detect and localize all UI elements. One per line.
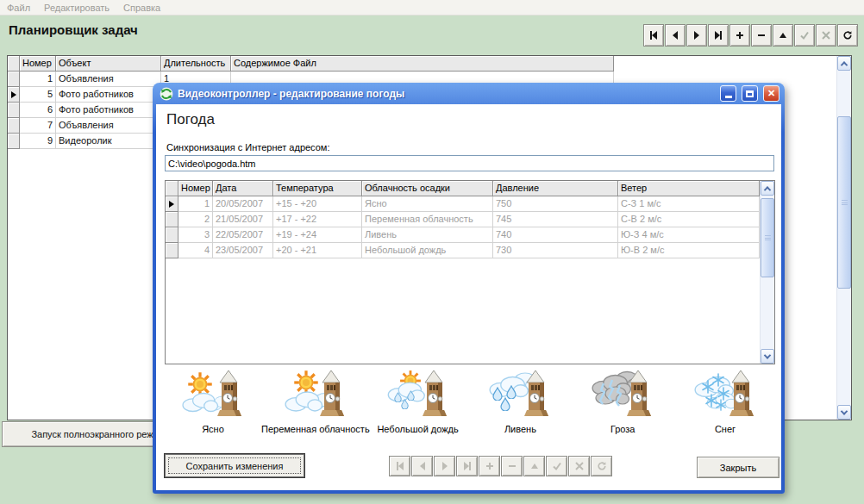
nav-cancel-button[interactable] (816, 24, 836, 47)
thumb-grip-icon (842, 200, 848, 206)
cancel-edit-icon (821, 30, 831, 40)
chevron-down-icon (764, 352, 771, 358)
menu-file[interactable]: Файл (7, 3, 30, 13)
column-header-clouds: Облачность осадки (362, 181, 493, 196)
nav-first-button[interactable] (389, 456, 410, 476)
app-sync-icon (160, 87, 173, 101)
nav-prior-button[interactable] (411, 456, 433, 476)
heavy-rain-icon (489, 370, 551, 420)
app-window: Файл Редактировать Справка Планировщик з… (0, 0, 864, 504)
nav-post-button[interactable] (794, 24, 815, 47)
weather-option-clear[interactable]: Ясно (163, 370, 263, 434)
close-dialog-button[interactable]: Закрыть (697, 457, 779, 478)
nav-next-button[interactable] (686, 24, 707, 47)
refresh-icon (597, 461, 607, 471)
next-record-icon (692, 30, 702, 40)
column-header-wind: Ветер (618, 181, 760, 196)
tasks-grid-header: Номер Объект Длительность Содержимое Фай… (8, 56, 851, 72)
nav-edit-button[interactable] (523, 456, 545, 476)
post-edit-icon (552, 461, 562, 471)
page-title: Планировщик задач (9, 22, 138, 37)
weather-option-snow[interactable]: Снег (675, 370, 775, 434)
nav-last-button[interactable] (456, 456, 478, 476)
delete-record-icon (507, 461, 517, 471)
weather-type-strip: Ясно Переменная облачность (163, 370, 775, 434)
weather-grid-scrollbar[interactable] (760, 181, 774, 364)
weather-option-light-rain[interactable]: Небольшой дождь (368, 370, 468, 434)
scroll-up-button[interactable] (837, 56, 851, 71)
weather-option-partly-cloudy[interactable]: Переменная облачность (266, 370, 366, 434)
column-header-duration: Длительность (161, 56, 231, 72)
dialog-titlebar[interactable]: Видеоконтроллер - редактирование погоды … (156, 83, 781, 104)
menu-edit[interactable]: Редактировать (44, 3, 110, 13)
dialog-heading: Погода (166, 111, 215, 128)
nav-insert-button[interactable] (479, 456, 500, 476)
close-window-button[interactable]: ✕ (763, 85, 779, 102)
weather-option-heavy-rain[interactable]: Ливень (470, 370, 570, 434)
scroll-down-button[interactable] (761, 349, 774, 364)
clear-sky-icon (182, 370, 244, 420)
next-record-icon (440, 461, 450, 471)
close-icon: ✕ (767, 89, 775, 98)
dialog-title: Видеоконтроллер - редактирование погоды (178, 88, 715, 100)
nav-prior-button[interactable] (665, 24, 686, 47)
edit-record-icon (778, 30, 788, 40)
first-record-icon (648, 30, 659, 40)
column-header-content-file: Содержимое Файл (231, 56, 614, 72)
prior-record-icon (670, 30, 680, 40)
nav-refresh-button[interactable] (591, 456, 612, 476)
column-header-date: Дата (213, 181, 273, 196)
table-row[interactable]: 2 21/05/2007 +17 - +22 Переменная облачн… (166, 212, 774, 227)
scrollbar-thumb[interactable] (761, 198, 774, 277)
header-indicator-cell (8, 56, 20, 72)
header-indicator-cell (166, 181, 178, 196)
prior-record-icon (417, 461, 428, 471)
insert-record-icon (735, 30, 745, 40)
first-record-icon (395, 461, 405, 471)
menu-bar: Файл Редактировать Справка (0, 0, 864, 16)
nav-delete-button[interactable] (501, 456, 523, 476)
thunderstorm-icon (592, 370, 654, 420)
table-row[interactable]: 3 22/05/2007 +19 - +24 Ливень 740 Ю-З 4 … (166, 227, 774, 243)
nav-last-button[interactable] (708, 24, 729, 47)
nav-next-button[interactable] (434, 456, 455, 476)
light-rain-icon (387, 370, 449, 420)
scrollbar-thumb[interactable] (837, 116, 851, 289)
weather-grid-header: Номер Дата Температура Облачность осадки… (166, 181, 774, 196)
delete-record-icon (756, 30, 767, 40)
table-row-selected[interactable]: 1 20/05/2007 +15 - +20 Ясно 750 С-З 1 м/… (166, 196, 774, 212)
sync-address-input[interactable] (165, 155, 774, 171)
insert-record-icon (485, 461, 495, 471)
nav-refresh-button[interactable] (837, 24, 858, 47)
partly-cloudy-icon (285, 370, 347, 420)
tasks-grid-scrollbar[interactable] (836, 56, 851, 420)
weather-grid: Номер Дата Температура Облачность осадки… (165, 180, 775, 364)
maximize-icon (746, 90, 754, 97)
edit-record-icon (529, 461, 540, 471)
nav-first-button[interactable] (643, 24, 664, 47)
nav-edit-button[interactable] (773, 24, 793, 47)
scroll-up-button[interactable] (761, 181, 774, 196)
minimize-button[interactable] (720, 85, 736, 102)
nav-post-button[interactable] (546, 456, 567, 476)
weather-option-thunderstorm[interactable]: Гроза (573, 370, 673, 434)
scroll-down-button[interactable] (837, 405, 851, 420)
nav-delete-button[interactable] (751, 24, 772, 47)
table-row[interactable]: 4 23/05/2007 +20 - +21 Небольшой дождь 7… (166, 243, 774, 258)
main-db-navigator (643, 24, 858, 47)
menu-help[interactable]: Справка (123, 3, 160, 13)
column-header-number: Номер (178, 181, 213, 196)
snow-icon (694, 370, 756, 420)
nav-cancel-button[interactable] (568, 456, 590, 476)
save-changes-button[interactable]: Сохранить изменения (164, 453, 305, 478)
last-record-icon (462, 461, 473, 471)
chevron-up-icon (841, 61, 848, 68)
column-header-pressure: Давление (493, 181, 618, 196)
dialog-db-navigator (389, 456, 612, 476)
weather-editor-dialog: Видеоконтроллер - редактирование погоды … (153, 83, 785, 494)
chevron-up-icon (764, 186, 771, 193)
maximize-button[interactable] (742, 85, 758, 102)
column-header-number: Номер (20, 56, 56, 72)
row-selector-icon (169, 201, 174, 208)
nav-insert-button[interactable] (729, 24, 750, 47)
